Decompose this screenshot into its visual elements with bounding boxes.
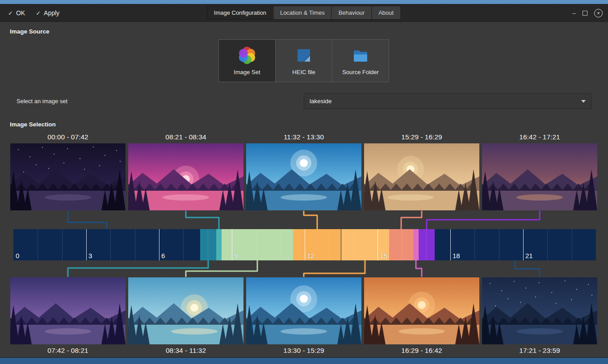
check-icon: ✓: [36, 10, 41, 17]
app-window: ✓ OK ✓ Apply Image Configuration Locatio…: [0, 4, 608, 357]
apply-label: Apply: [44, 9, 59, 17]
timeline-segment: [216, 229, 222, 260]
timeline-tick-label: 18: [453, 252, 460, 259]
thumbnail-cell: 11:32 - 13:30: [246, 131, 361, 210]
time-range-label: 16:29 - 16:42: [364, 344, 479, 357]
time-range-label: 00:00 - 07:42: [10, 131, 126, 143]
thumbnail-row-top: 00:00 - 07:4208:21 - 08:3411:32 - 13:301…: [10, 131, 597, 210]
close-button[interactable]: ×: [594, 9, 603, 17]
timeline-tick: [499, 229, 499, 260]
timeline-segment: [419, 229, 434, 260]
select-image-set-label: Select an image set: [17, 98, 67, 105]
wallpaper-thumbnail[interactable]: [246, 143, 361, 210]
headerbar: ✓ OK ✓ Apply Image Configuration Locatio…: [0, 4, 608, 22]
timeline-tick-label: 3: [88, 252, 92, 259]
time-range-label: 08:21 - 08:34: [128, 131, 243, 143]
timeline-tick-label: 15: [380, 252, 387, 259]
wallpaper-thumbnail[interactable]: [128, 143, 243, 210]
thumbnail-cell: 08:21 - 08:34: [128, 131, 243, 210]
time-range-label: 07:42 - 08:21: [10, 344, 126, 357]
source-folder-icon: [351, 46, 370, 65]
option-source-folder[interactable]: Source Folder: [332, 39, 389, 82]
image-source-options: Image Set HEIC file Source Folder: [0, 39, 608, 82]
timeline-tick: [523, 229, 524, 260]
timeline-tick: [353, 229, 354, 260]
thumbnail-cell: 15:29 - 16:29: [364, 131, 479, 210]
wallpaper-thumbnail[interactable]: [10, 277, 126, 344]
image-set-icon: [238, 46, 256, 65]
option-heic-file[interactable]: HEIC file: [275, 39, 332, 82]
timeline-tick: [377, 229, 378, 260]
option-label: HEIC file: [292, 69, 315, 75]
timeline-tick: [183, 229, 184, 260]
thumbnail-cell: 00:00 - 07:42: [10, 131, 126, 210]
thumbnail-cell: 07:42 - 08:21: [10, 277, 126, 357]
timeline-tick: [62, 229, 63, 260]
timeline-tick: [402, 229, 402, 260]
chevron-down-icon: [581, 100, 586, 103]
timeline-tick: [38, 229, 38, 260]
tab-bar: Image Configuration Location & Times Beh…: [207, 6, 401, 20]
timeline-tick: [232, 229, 232, 260]
timeline-segment: [200, 229, 216, 260]
time-range-label: 15:29 - 16:29: [364, 131, 479, 143]
timeline-tick-label: 21: [525, 252, 533, 259]
combobox-value: lakeside: [310, 98, 332, 105]
wallpaper-thumbnail[interactable]: [364, 143, 479, 210]
timeline-segment: [13, 229, 200, 260]
timeline-tick: [256, 229, 256, 260]
timeline-tick: [329, 229, 329, 260]
timeline-tick: [572, 229, 572, 260]
time-range-label: 08:34 - 11:32: [128, 344, 243, 357]
thumbnail-cell: 16:29 - 16:42: [364, 277, 479, 357]
wallpaper-thumbnail[interactable]: [128, 277, 243, 344]
time-range-label: 13:30 - 15:29: [246, 344, 361, 357]
ok-label: OK: [16, 9, 25, 17]
timeline-segment: [413, 229, 419, 260]
timeline-tick: [305, 229, 305, 260]
maximize-button[interactable]: [583, 11, 587, 16]
time-range-label: 11:32 - 13:30: [246, 131, 361, 143]
tab-location-times[interactable]: Location & Times: [273, 6, 332, 20]
wallpaper-thumbnail[interactable]: [246, 277, 361, 344]
timeline-tick: [474, 229, 475, 260]
tab-about[interactable]: About: [371, 6, 401, 20]
option-label: Image Set: [234, 69, 260, 75]
option-image-set[interactable]: Image Set: [218, 39, 276, 82]
option-label: Source Folder: [342, 69, 379, 75]
timeline-tick: [450, 229, 451, 260]
minimize-button[interactable]: –: [572, 11, 576, 15]
timeline-tick: [426, 229, 427, 260]
tab-behaviour[interactable]: Behaviour: [331, 6, 372, 20]
timeline: 036912151821: [13, 229, 596, 260]
timeline-tick: [547, 229, 548, 260]
image-set-combobox[interactable]: lakeside: [304, 93, 591, 109]
timeline-tick: [86, 229, 87, 260]
timeline-tick: [135, 229, 135, 260]
timeline-tick: [208, 229, 208, 260]
apply-button[interactable]: ✓ Apply: [36, 9, 59, 17]
headerbar-actions: ✓ OK ✓ Apply: [8, 4, 59, 21]
thumbnail-cell: 17:21 - 23:59: [482, 277, 597, 357]
thumbnail-cell: 08:34 - 11:32: [128, 277, 243, 357]
timeline-tick-label: 6: [161, 252, 165, 259]
tab-image-configuration[interactable]: Image Configuration: [207, 6, 273, 20]
wallpaper-thumbnail[interactable]: [482, 143, 597, 210]
thumbnail-row-bottom: 07:42 - 08:2108:34 - 11:3213:30 - 15:291…: [10, 277, 597, 357]
time-range-label: 16:42 - 17:21: [482, 131, 597, 143]
desktop-background: ✓ OK ✓ Apply Image Configuration Locatio…: [0, 0, 608, 364]
wallpaper-thumbnail[interactable]: [364, 277, 479, 344]
timeline-tick: [159, 229, 159, 260]
image-selection-title: Image Selection: [10, 121, 56, 128]
ok-button[interactable]: ✓ OK: [8, 9, 25, 17]
timeline-tick-label: 12: [307, 252, 314, 259]
window-controls: – ×: [572, 4, 603, 21]
image-source-title: Image Source: [10, 28, 50, 35]
timeline-segment: [293, 229, 341, 260]
check-icon: ✓: [8, 10, 13, 17]
wallpaper-thumbnail[interactable]: [10, 143, 126, 210]
timeline-tick: [281, 229, 281, 260]
wallpaper-thumbnail[interactable]: [482, 277, 597, 344]
timeline-segment: [389, 229, 413, 260]
heic-file-icon: [294, 46, 313, 65]
